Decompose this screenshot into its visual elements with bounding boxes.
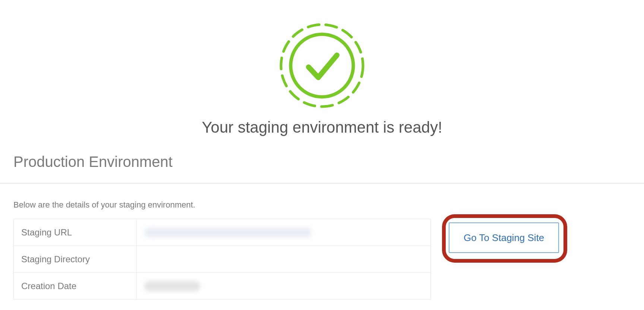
go-to-staging-button[interactable]: Go To Staging Site — [449, 222, 559, 253]
creation-date-value — [137, 273, 430, 299]
action-area: Go To Staging Site — [446, 219, 562, 257]
staging-details-table: Staging URL Staging Directory Creation D… — [13, 219, 431, 300]
svg-point-1 — [291, 34, 353, 97]
table-row: Staging URL — [14, 219, 430, 246]
staging-directory-value — [137, 246, 430, 272]
table-row: Creation Date — [14, 273, 430, 300]
redacted-value — [144, 227, 312, 238]
details-intro: Below are the details of your staging en… — [13, 200, 631, 210]
staging-directory-label: Staging Directory — [14, 246, 137, 272]
table-row: Staging Directory — [14, 246, 430, 273]
section-title: Production Environment — [13, 154, 631, 170]
svg-point-0 — [281, 25, 363, 107]
staging-url-value — [137, 219, 430, 246]
section-divider — [0, 183, 644, 184]
redacted-value — [144, 281, 200, 291]
creation-date-label: Creation Date — [14, 273, 137, 299]
success-block: Your staging environment is ready! — [13, 0, 631, 136]
staging-url-label: Staging URL — [14, 219, 137, 246]
success-check-icon — [277, 21, 367, 110]
ready-heading: Your staging environment is ready! — [13, 118, 631, 136]
